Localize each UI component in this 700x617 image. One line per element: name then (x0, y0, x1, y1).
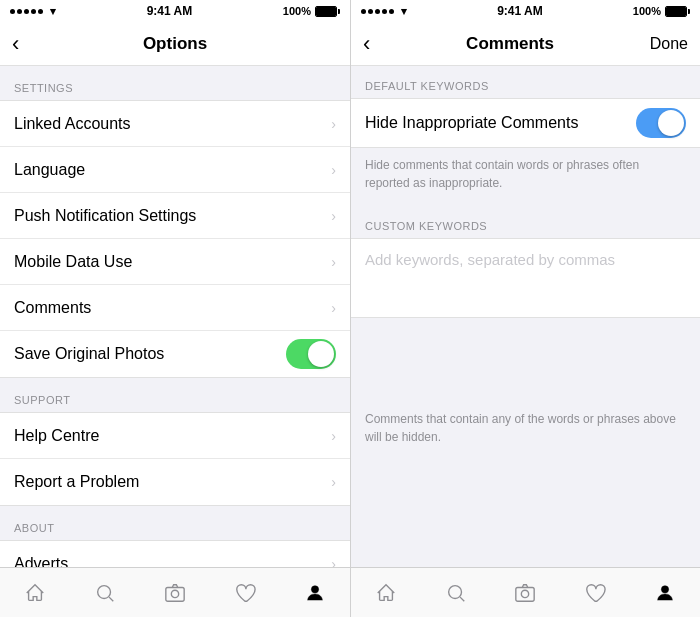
right-status-bar: ▾ 9:41 AM 100% (351, 0, 700, 22)
section-header-about: ABOUT (0, 506, 350, 540)
home-icon-right (375, 582, 397, 604)
svg-point-4 (311, 585, 318, 592)
search-icon-right (445, 582, 467, 604)
save-photos-toggle[interactable] (286, 339, 336, 369)
row-help-centre[interactable]: Help Centre › (0, 413, 350, 459)
row-adverts[interactable]: Adverts › (0, 541, 350, 567)
signal-icon (10, 9, 43, 14)
right-status-right: 100% (633, 5, 690, 17)
camera-icon (164, 582, 186, 604)
left-status-bar: ▾ 9:41 AM 100% (0, 0, 350, 22)
row-push-notifications[interactable]: Push Notification Settings › (0, 193, 350, 239)
default-keywords-description: Hide comments that contain words or phra… (351, 148, 700, 206)
battery-percent-left: 100% (283, 5, 311, 17)
row-mobile-data[interactable]: Mobile Data Use › (0, 239, 350, 285)
keyword-placeholder: Add keywords, separated by commas (365, 251, 615, 268)
svg-point-9 (661, 585, 668, 592)
chevron-icon: › (331, 428, 336, 444)
tab-home-right[interactable] (351, 568, 421, 617)
right-status-left: ▾ (361, 5, 407, 18)
wifi-icon-right: ▾ (401, 5, 407, 18)
chevron-icon: › (331, 300, 336, 316)
left-status-left: ▾ (10, 5, 56, 18)
section-header-support: SUPPORT (0, 378, 350, 412)
svg-line-1 (109, 597, 113, 601)
row-comments[interactable]: Comments › (0, 285, 350, 331)
heart-icon (234, 582, 256, 604)
search-icon (94, 582, 116, 604)
chevron-icon: › (331, 474, 336, 490)
default-keywords-header: DEFAULT KEYWORDS (351, 66, 700, 98)
tab-search-left[interactable] (70, 568, 140, 617)
chevron-icon: › (331, 208, 336, 224)
battery-icon-right (665, 6, 690, 17)
settings-group-support: Help Centre › Report a Problem › (0, 412, 350, 506)
bottom-description: Comments that contain any of the words o… (351, 398, 700, 458)
battery-icon-left (315, 6, 340, 17)
row-report-problem[interactable]: Report a Problem › (0, 459, 350, 505)
done-button[interactable]: Done (650, 35, 688, 53)
right-time: 9:41 AM (497, 4, 543, 18)
svg-point-3 (171, 590, 178, 597)
settings-group-main: Linked Accounts › Language › Push Notifi… (0, 100, 350, 378)
profile-icon-active (304, 582, 326, 604)
right-nav-header: ‹ Comments Done (351, 22, 700, 66)
keyword-input-area[interactable]: Add keywords, separated by commas (351, 238, 700, 318)
section-header-settings: SETTINGS (0, 66, 350, 100)
home-icon (24, 582, 46, 604)
chevron-icon: › (331, 254, 336, 270)
tab-camera-left[interactable] (140, 568, 210, 617)
heart-icon-right (584, 582, 606, 604)
tab-profile-right[interactable] (630, 568, 700, 617)
left-back-button[interactable]: ‹ (12, 31, 19, 57)
right-back-button[interactable]: ‹ (363, 31, 370, 57)
chevron-icon: › (331, 116, 336, 132)
tab-heart-right[interactable] (560, 568, 630, 617)
row-linked-accounts[interactable]: Linked Accounts › (0, 101, 350, 147)
profile-icon-right (654, 582, 676, 604)
right-nav-title: Comments (466, 34, 554, 54)
custom-keywords-header: CUSTOM KEYWORDS (351, 206, 700, 238)
hide-inappropriate-toggle[interactable] (636, 108, 686, 138)
chevron-icon: › (331, 556, 336, 568)
settings-group-about: Adverts › Blog › (0, 540, 350, 567)
camera-icon-right (514, 582, 536, 604)
battery-percent-right: 100% (633, 5, 661, 17)
tab-search-right[interactable] (421, 568, 491, 617)
svg-point-8 (522, 590, 529, 597)
wifi-icon: ▾ (50, 5, 56, 18)
left-status-right: 100% (283, 5, 340, 17)
default-keywords-group: Hide Inappropriate Comments (351, 98, 700, 148)
right-tab-bar (351, 567, 700, 617)
settings-list: SETTINGS Linked Accounts › Language › Pu… (0, 66, 350, 567)
row-save-photos[interactable]: Save Original Photos (0, 331, 350, 377)
right-panel: ▾ 9:41 AM 100% ‹ Comments Done DEFAULT K… (350, 0, 700, 617)
spacer (351, 318, 700, 398)
svg-point-5 (448, 585, 461, 598)
hide-inappropriate-row[interactable]: Hide Inappropriate Comments (351, 99, 700, 147)
tab-camera-right[interactable] (491, 568, 561, 617)
left-nav-title: Options (143, 34, 207, 54)
tab-heart-left[interactable] (210, 568, 280, 617)
left-tab-bar (0, 567, 350, 617)
svg-point-0 (98, 585, 111, 598)
signal-icon-right (361, 9, 394, 14)
bottom-spacer (351, 458, 700, 478)
chevron-icon: › (331, 162, 336, 178)
left-panel: ▾ 9:41 AM 100% ‹ Options SETTINGS Linked… (0, 0, 350, 617)
svg-line-6 (460, 597, 464, 601)
left-nav-header: ‹ Options (0, 22, 350, 66)
tab-home-left[interactable] (0, 568, 70, 617)
row-language[interactable]: Language › (0, 147, 350, 193)
tab-profile-left[interactable] (280, 568, 350, 617)
left-time: 9:41 AM (147, 4, 193, 18)
comments-content: DEFAULT KEYWORDS Hide Inappropriate Comm… (351, 66, 700, 567)
